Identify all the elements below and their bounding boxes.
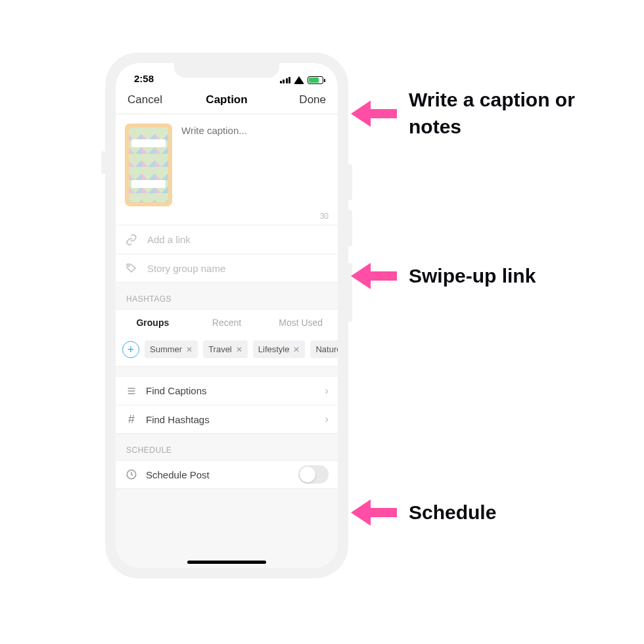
caption-input[interactable] xyxy=(180,124,329,202)
link-row[interactable] xyxy=(116,225,338,254)
caption-section xyxy=(116,114,338,209)
silent-switch xyxy=(101,151,106,174)
find-captions-row[interactable]: Find Captions › xyxy=(116,376,338,405)
status-time: 2:58 xyxy=(134,73,154,84)
tab-recent[interactable]: Recent xyxy=(190,317,264,328)
volume-down-button xyxy=(347,210,352,246)
chevron-right-icon: › xyxy=(325,384,329,398)
find-captions-label: Find Captions xyxy=(146,385,317,396)
tag-icon xyxy=(125,262,138,274)
hashtags-label: HASHTAGS xyxy=(116,283,338,309)
hashtag-chip[interactable]: Nature xyxy=(310,340,338,358)
schedule-post-row: Schedule Post xyxy=(116,460,338,489)
find-hashtags-row[interactable]: # Find Hashtags › xyxy=(116,405,338,434)
hashtag-chip[interactable]: Lifestyle✕ xyxy=(253,340,306,358)
content-area: 30 HASHTAGS Groups Recent Most Used xyxy=(116,114,338,568)
char-count: 30 xyxy=(116,209,338,225)
nav-bar: Cancel Caption Done xyxy=(116,85,338,114)
annotation-schedule: Schedule xyxy=(351,499,496,526)
arrow-icon xyxy=(351,263,397,289)
link-input[interactable] xyxy=(146,233,329,246)
list-icon xyxy=(125,386,138,396)
link-icon xyxy=(125,234,138,246)
nav-title: Caption xyxy=(206,93,247,106)
arrow-icon xyxy=(351,101,397,127)
hashtag-chip[interactable]: Travel✕ xyxy=(203,340,248,358)
add-hashtag-button[interactable]: + xyxy=(122,341,139,358)
clock-icon xyxy=(125,469,138,480)
screen: 2:58 Cancel Caption Done 30 xyxy=(116,63,338,568)
cellular-icon xyxy=(280,77,291,83)
volume-up-button xyxy=(347,164,352,200)
schedule-toggle[interactable] xyxy=(298,465,329,484)
remove-icon[interactable]: ✕ xyxy=(186,345,193,354)
post-thumbnail[interactable] xyxy=(125,124,172,206)
arrow-icon xyxy=(351,499,397,526)
phone-frame: 2:58 Cancel Caption Done 30 xyxy=(105,53,348,578)
home-indicator xyxy=(187,561,266,564)
done-button[interactable]: Done xyxy=(287,93,326,106)
chevron-right-icon: › xyxy=(325,413,329,426)
tab-most-used[interactable]: Most Used xyxy=(264,317,338,328)
remove-icon[interactable]: ✕ xyxy=(293,345,300,354)
wifi-icon xyxy=(294,76,304,84)
find-hashtags-label: Find Hashtags xyxy=(146,414,317,425)
story-group-input[interactable] xyxy=(146,262,329,275)
tab-groups[interactable]: Groups xyxy=(116,317,190,328)
svg-point-0 xyxy=(129,265,130,267)
schedule-label: SCHEDULE xyxy=(116,434,338,460)
remove-icon[interactable]: ✕ xyxy=(236,345,242,354)
hash-icon: # xyxy=(125,413,138,426)
annotation-link: Swipe-up link xyxy=(351,263,536,290)
hashtag-chips: + Summer✕ Travel✕ Lifestyle✕ Nature xyxy=(116,335,338,367)
annotation-caption: Write a caption or notes xyxy=(351,87,606,140)
schedule-post-label: Schedule Post xyxy=(146,469,290,480)
hashtag-tabs: Groups Recent Most Used xyxy=(116,309,338,335)
hashtag-chip[interactable]: Summer✕ xyxy=(145,340,198,358)
notch xyxy=(174,63,279,78)
story-group-row[interactable] xyxy=(116,254,338,283)
battery-icon xyxy=(308,76,323,84)
cancel-button[interactable]: Cancel xyxy=(127,93,167,106)
